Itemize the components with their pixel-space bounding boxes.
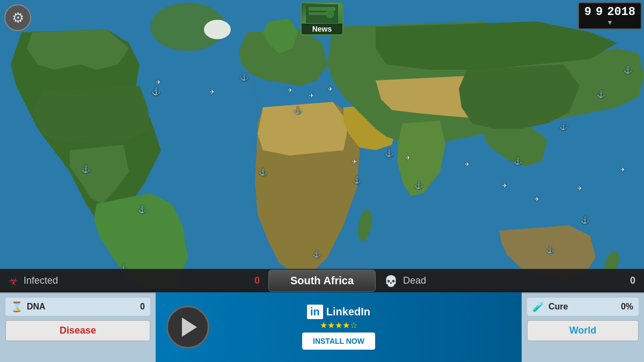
svg-text:⚓: ⚓ bbox=[82, 165, 91, 174]
settings-button[interactable]: ⚙ bbox=[4, 4, 31, 31]
date-month: 9 bbox=[596, 5, 603, 19]
linkedin-in-badge: in bbox=[307, 305, 323, 319]
svg-text:✈: ✈ bbox=[465, 161, 470, 167]
bottom-panel: ⌛ DNA 0 Disease in LinkedIn ★★★★☆ INSTAL… bbox=[0, 292, 644, 362]
status-bar: ☣ Infected 0 South Africa 💀 Dead 0 bbox=[0, 269, 644, 292]
dna-row: ⌛ DNA 0 bbox=[5, 298, 150, 316]
svg-text:⚓: ⚓ bbox=[385, 149, 394, 158]
play-icon bbox=[182, 317, 197, 337]
svg-point-2 bbox=[204, 20, 231, 39]
date-day: 9 bbox=[584, 5, 591, 19]
disease-button[interactable]: Disease bbox=[5, 320, 150, 341]
hourglass-icon: ⌛ bbox=[11, 301, 23, 313]
dna-label: DNA bbox=[27, 302, 136, 312]
infected-count: 0 bbox=[254, 275, 260, 286]
dna-count: 0 bbox=[140, 302, 145, 312]
cure-label: Cure bbox=[548, 302, 617, 312]
svg-text:⚓: ⚓ bbox=[597, 90, 606, 99]
svg-text:✈: ✈ bbox=[406, 154, 411, 161]
dead-section: 💀 Dead 0 bbox=[376, 275, 644, 287]
cure-row: 🧪 Cure 0% bbox=[527, 298, 639, 316]
svg-text:⚓: ⚓ bbox=[312, 249, 321, 258]
svg-text:✈: ✈ bbox=[156, 79, 161, 85]
linkedin-name: LinkedIn bbox=[326, 306, 370, 318]
svg-text:✈: ✈ bbox=[577, 185, 582, 191]
news-label: News bbox=[302, 24, 342, 34]
world-map[interactable]: ⚓ ⚓ ⚓ ⚓ ⚓ ⚓ ⚓ ⚓ ⚓ ⚓ ⚓ ⚓ ⚓ ⚓ ⚓ ⚓ ⚓ ✈ ✈ bbox=[0, 0, 644, 290]
dead-count: 0 bbox=[630, 275, 635, 286]
left-panel: ⌛ DNA 0 Disease bbox=[0, 292, 156, 362]
world-button[interactable]: World bbox=[527, 320, 639, 341]
svg-text:✈: ✈ bbox=[535, 196, 539, 202]
selected-country[interactable]: South Africa bbox=[268, 270, 376, 292]
svg-text:✈: ✈ bbox=[620, 166, 625, 173]
date-year: 2018 bbox=[607, 5, 635, 19]
svg-text:✈: ✈ bbox=[502, 182, 507, 189]
disease-label: Disease bbox=[60, 325, 96, 336]
svg-text:✈: ✈ bbox=[328, 86, 333, 92]
linkedin-stars: ★★★★☆ bbox=[320, 320, 357, 330]
svg-text:⚓: ⚓ bbox=[546, 245, 555, 254]
svg-text:⚓: ⚓ bbox=[240, 72, 249, 82]
linkedin-logo: in LinkedIn bbox=[307, 305, 370, 319]
svg-text:⚓: ⚓ bbox=[294, 106, 303, 115]
svg-text:⚓: ⚓ bbox=[353, 175, 362, 184]
svg-text:⚓: ⚓ bbox=[259, 167, 268, 176]
svg-point-36 bbox=[326, 10, 334, 18]
skull-icon: 💀 bbox=[384, 275, 398, 287]
svg-text:⚓: ⚓ bbox=[138, 205, 147, 214]
svg-text:✈: ✈ bbox=[352, 158, 357, 165]
svg-text:⚓: ⚓ bbox=[624, 65, 633, 75]
play-button[interactable] bbox=[166, 306, 209, 349]
infected-section: ☣ Infected 0 bbox=[0, 275, 268, 287]
linkedin-ad[interactable]: in LinkedIn ★★★★☆ INSTALL NOW bbox=[156, 292, 522, 362]
news-thumbnail bbox=[302, 3, 342, 24]
date-dropdown-arrow[interactable]: ▼ bbox=[606, 19, 613, 26]
biohazard-icon: ☣ bbox=[9, 275, 18, 287]
svg-text:✈: ✈ bbox=[309, 92, 314, 99]
svg-text:✈: ✈ bbox=[210, 88, 215, 95]
cure-percentage: 0% bbox=[621, 302, 633, 312]
svg-text:✈: ✈ bbox=[288, 87, 292, 93]
news-button[interactable]: News bbox=[301, 2, 343, 35]
flask-icon: 🧪 bbox=[532, 301, 544, 313]
svg-text:⚓: ⚓ bbox=[414, 181, 423, 190]
install-button[interactable]: INSTALL NOW bbox=[302, 333, 375, 350]
dead-label: Dead bbox=[403, 275, 426, 286]
center-ad-panel: in LinkedIn ★★★★☆ INSTALL NOW bbox=[156, 292, 522, 362]
date-display: 9 9 2018 ▼ bbox=[578, 2, 642, 29]
svg-text:⚓: ⚓ bbox=[151, 87, 161, 96]
world-label: World bbox=[569, 325, 597, 336]
svg-text:⚓: ⚓ bbox=[514, 157, 523, 166]
right-panel: 🧪 Cure 0% World bbox=[522, 292, 644, 362]
svg-text:⚓: ⚓ bbox=[581, 216, 590, 225]
infected-label: Infected bbox=[24, 275, 58, 286]
gear-icon: ⚙ bbox=[12, 10, 24, 26]
ad-container: in LinkedIn ★★★★☆ INSTALL NOW bbox=[156, 292, 522, 362]
svg-text:⚓: ⚓ bbox=[559, 122, 568, 131]
